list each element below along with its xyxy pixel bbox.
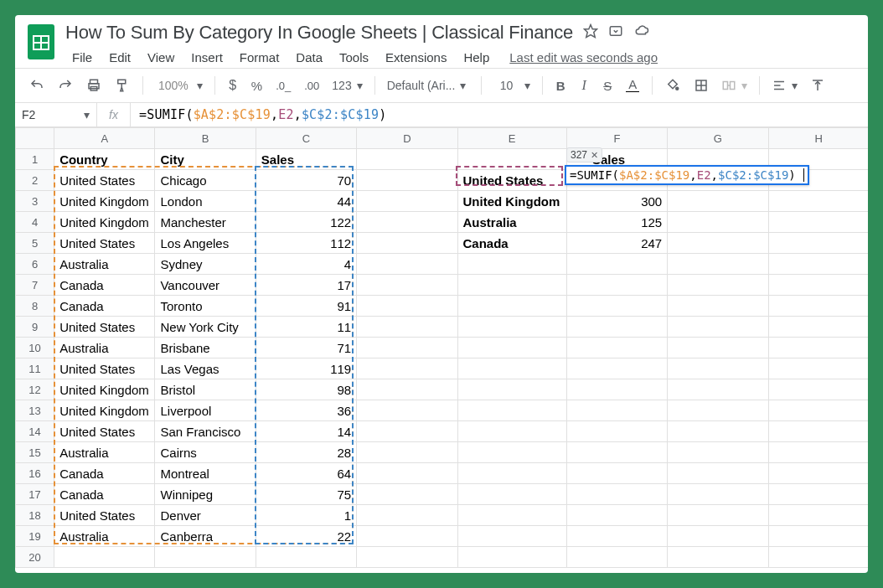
document-title[interactable]: How To Sum By Category In Google Sheets …	[65, 22, 573, 44]
cell[interactable]: 75	[256, 484, 356, 505]
cell[interactable]: United States	[457, 170, 566, 191]
fill-color-button[interactable]	[659, 74, 686, 97]
cell[interactable]	[357, 442, 457, 463]
percent-button[interactable]: %	[245, 74, 268, 97]
row-header[interactable]: 3	[16, 191, 54, 212]
col-header-G[interactable]: G	[668, 128, 768, 149]
col-header-H[interactable]: H	[768, 128, 868, 149]
cell[interactable]	[768, 275, 868, 296]
cell[interactable]	[357, 338, 457, 358]
cell[interactable]	[357, 484, 457, 505]
cell[interactable]	[566, 463, 667, 484]
cell[interactable]: Toronto	[155, 296, 256, 317]
valign-button[interactable]	[804, 74, 831, 97]
spreadsheet-grid[interactable]: A B C D E F G H 1CountryCitySalesSales2U…	[15, 127, 868, 568]
dec-decrease-button[interactable]: .0_	[270, 74, 297, 97]
row-header[interactable]: 7	[16, 275, 54, 296]
menu-edit[interactable]: Edit	[102, 47, 137, 68]
cell[interactable]: 11	[256, 317, 356, 338]
merge-button[interactable]: ▾	[716, 75, 752, 96]
cell[interactable]	[566, 442, 667, 463]
cell[interactable]: New York City	[155, 317, 256, 338]
cell[interactable]: Sydney	[155, 254, 256, 275]
cell[interactable]	[768, 358, 868, 379]
cell[interactable]: London	[155, 191, 256, 212]
cell[interactable]	[357, 170, 457, 191]
cell[interactable]	[457, 505, 566, 526]
cell[interactable]	[668, 526, 768, 547]
menu-view[interactable]: View	[141, 47, 181, 68]
cell[interactable]: United Kingdom	[54, 191, 155, 212]
redo-button[interactable]	[52, 74, 79, 97]
font-select[interactable]: Default (Ari...▾	[382, 75, 474, 95]
cell[interactable]: United States	[54, 170, 155, 191]
cell[interactable]: United Kingdom	[54, 212, 155, 233]
cell[interactable]	[566, 421, 667, 442]
cell[interactable]: United Kingdom	[457, 191, 566, 212]
cell[interactable]	[566, 275, 667, 296]
cell[interactable]	[457, 275, 566, 296]
cell[interactable]	[566, 505, 667, 526]
cell[interactable]	[457, 296, 566, 317]
cell[interactable]	[357, 212, 457, 233]
cell[interactable]	[357, 275, 457, 296]
cell[interactable]	[768, 463, 868, 484]
cell[interactable]: 70	[256, 170, 356, 191]
cell[interactable]	[768, 212, 868, 233]
col-header-D[interactable]: D	[357, 128, 457, 149]
cell[interactable]	[457, 442, 566, 463]
cell[interactable]: Canada	[54, 484, 155, 505]
cell[interactable]	[668, 233, 768, 254]
formula-bar[interactable]: =SUMIF($A$2:$C$19,E2,$C$2:$C$19)	[131, 107, 395, 122]
cell[interactable]: Australia	[54, 254, 155, 275]
cell[interactable]: United States	[54, 358, 155, 379]
cell[interactable]: United States	[54, 317, 155, 338]
paint-format-button[interactable]	[109, 74, 136, 97]
cell[interactable]	[668, 296, 768, 317]
last-edit-link[interactable]: Last edit was seconds ago	[509, 50, 658, 64]
cell[interactable]	[357, 296, 457, 317]
cell[interactable]: 14	[256, 421, 356, 442]
strikethrough-button[interactable]: S	[596, 74, 618, 97]
cell[interactable]	[668, 317, 768, 338]
cell[interactable]	[768, 442, 868, 463]
italic-button[interactable]: I	[573, 74, 595, 97]
cell[interactable]	[357, 463, 457, 484]
menu-insert[interactable]: Insert	[184, 47, 230, 68]
cell[interactable]	[668, 463, 768, 484]
cell[interactable]: Australia	[457, 212, 566, 233]
col-header-A[interactable]: A	[54, 128, 155, 149]
cell[interactable]	[768, 254, 868, 275]
move-icon[interactable]	[608, 23, 623, 42]
cell[interactable]	[357, 358, 457, 379]
row-header[interactable]: 19	[16, 526, 54, 547]
menu-file[interactable]: File	[65, 47, 99, 68]
cell[interactable]: Canberra	[155, 526, 256, 547]
cell[interactable]: Manchester	[155, 212, 256, 233]
cell[interactable]: 36	[256, 400, 356, 421]
cell[interactable]	[768, 191, 868, 212]
cell[interactable]	[768, 400, 868, 421]
undo-button[interactable]	[23, 74, 50, 97]
row-header[interactable]: 16	[16, 463, 54, 484]
cell[interactable]	[668, 358, 768, 379]
cell[interactable]	[357, 149, 457, 170]
cell[interactable]	[357, 547, 457, 568]
cell[interactable]	[566, 358, 667, 379]
cell[interactable]	[357, 317, 457, 338]
cell[interactable]	[357, 421, 457, 442]
name-box[interactable]: F2▾	[15, 103, 97, 126]
cell[interactable]	[668, 505, 768, 526]
cell[interactable]	[457, 338, 566, 358]
cell[interactable]: 64	[256, 463, 356, 484]
text-color-button[interactable]: A	[620, 74, 645, 97]
row-header[interactable]: 5	[16, 233, 54, 254]
cloud-icon[interactable]	[633, 23, 650, 42]
borders-button[interactable]	[688, 74, 715, 97]
cell[interactable]: United Kingdom	[54, 379, 155, 400]
row-header[interactable]: 14	[16, 421, 54, 442]
cell[interactable]	[768, 547, 868, 568]
cell[interactable]	[457, 358, 566, 379]
menu-extensions[interactable]: Extensions	[379, 47, 453, 68]
cell[interactable]	[768, 421, 868, 442]
